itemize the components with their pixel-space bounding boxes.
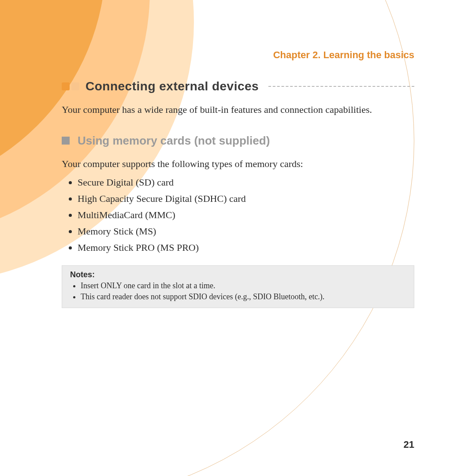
section-intro-text: Your computer has a wide range of built-… [62, 103, 414, 116]
dashed-rule [268, 86, 414, 87]
list-item: Insert ONLY one card in the slot at a ti… [81, 280, 406, 291]
list-item: Memory Stick (MS) [78, 223, 414, 239]
notes-list: Insert ONLY one card in the slot at a ti… [70, 280, 406, 302]
section-heading: Connecting external devices [62, 79, 414, 93]
page-number: 21 [404, 439, 414, 450]
subsection-heading: Using memory cards (not supplied) [62, 134, 414, 148]
section-bullet-icon [62, 82, 79, 90]
notes-label: Notes: [70, 270, 406, 279]
section-title: Connecting external devices [86, 79, 259, 93]
chapter-title: Chapter 2. Learning the basics [273, 49, 414, 61]
memory-card-list: Secure Digital (SD) card High Capacity S… [62, 175, 414, 256]
square-icon [62, 82, 70, 90]
list-item: Memory Stick PRO (MS PRO) [78, 240, 414, 255]
subsection-lead: Your computer supports the following typ… [62, 156, 414, 171]
notes-box: Notes: Insert ONLY one card in the slot … [62, 265, 414, 308]
list-item: This card reader does not support SDIO d… [81, 291, 406, 302]
list-item: Secure Digital (SD) card [78, 175, 414, 190]
list-item: MultiMediaCard (MMC) [78, 207, 414, 223]
page-content: Connecting external devices Your compute… [62, 79, 414, 308]
list-item: High Capacity Secure Digital (SDHC) card [78, 191, 414, 206]
square-icon [71, 82, 79, 90]
square-icon [62, 137, 70, 145]
subsection-title: Using memory cards (not supplied) [78, 134, 270, 148]
